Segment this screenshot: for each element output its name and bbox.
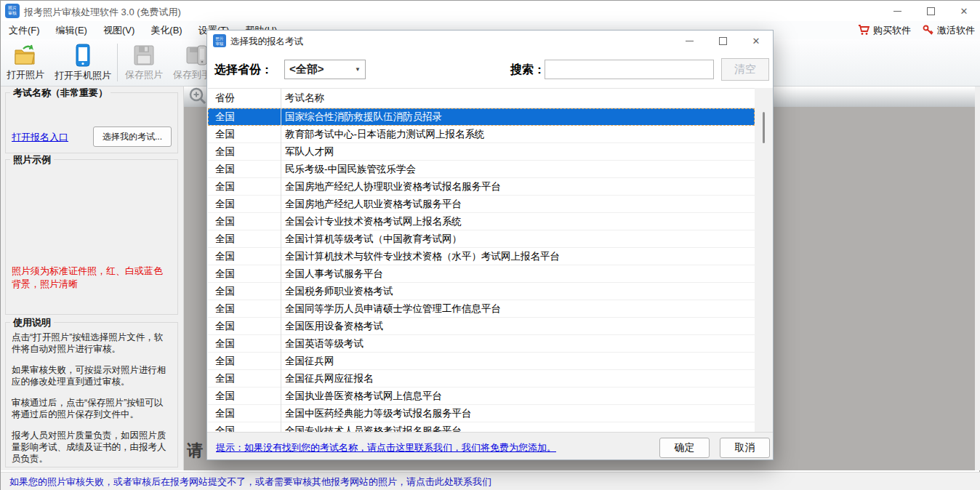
table-row[interactable]: 全国全国会计专业技术资格考试网上报名系统 <box>208 213 755 230</box>
table-row[interactable]: 全国全国征兵网 <box>208 353 755 370</box>
usage-paragraph: 点击“打开照片”按钮选择照片文件，软件将自动对照片进行审核。 <box>12 332 172 355</box>
toolbar-separator <box>117 44 118 81</box>
menu-file[interactable]: 文件(F) <box>1 24 48 37</box>
window-controls: ✕ <box>880 1 980 21</box>
ok-button[interactable]: 确定 <box>659 438 710 458</box>
province-label: 选择省份： <box>214 63 273 78</box>
table-scrollbar-thumb[interactable] <box>763 112 765 143</box>
exam-table: 省份 考试名称 全国国家综合性消防救援队伍消防员招录全国教育部考试中心-日本语能… <box>208 88 755 433</box>
table-row[interactable]: 全国教育部考试中心-日本语能力测试网上报名系统 <box>208 126 755 143</box>
province-cell: 全国 <box>208 233 281 246</box>
status-bar: 如果您的照片审核失败，或者审核后在报考网站提交不了，或者需要审核其他报考网站的照… <box>1 472 980 490</box>
dialog-close-button[interactable]: ✕ <box>739 31 773 51</box>
dialog-icon-text2: 审核 <box>213 41 226 47</box>
exam-name-cell: 全国房地产经纪人职业资格考试服务平台 <box>281 198 755 211</box>
table-row[interactable]: 全国国家综合性消防救援队伍消防员招录 <box>208 108 755 126</box>
open-registration-entry-link[interactable]: 打开报名入口 <box>12 131 68 144</box>
exam-name-groupbox: 考试名称（非常重要） 打开报名入口 选择我的考试... <box>5 92 178 153</box>
table-row[interactable]: 全国全国征兵网应征报名 <box>208 370 755 387</box>
app-icon: 照片 审核 <box>5 4 20 18</box>
province-cell: 全国 <box>208 302 281 316</box>
save-photo-button[interactable]: 保存照片 <box>119 39 169 86</box>
open-phone-photo-label: 打开手机照片 <box>55 69 111 82</box>
table-row[interactable]: 全国全国专业技术人员资格考试报名服务平台 <box>208 422 755 433</box>
open-phone-photo-button[interactable]: 打开手机照片 <box>50 39 116 86</box>
search-label: 搜索： <box>510 63 545 78</box>
open-photo-label: 打开照片 <box>7 68 44 81</box>
floppy-icon <box>133 44 155 66</box>
menu-edit[interactable]: 编辑(E) <box>48 24 95 37</box>
menu-beautify[interactable]: 美化(B) <box>142 24 190 37</box>
canvas-scrollbar-track[interactable] <box>975 87 980 470</box>
zoom-in-icon[interactable] <box>188 87 207 105</box>
cancel-button[interactable]: 取消 <box>720 438 770 458</box>
usage-paragraph: 报考人员对照片质量负责，如因照片质量影响考试、成绩及证书的，由报考人员负责。 <box>12 430 172 465</box>
close-button[interactable]: ✕ <box>947 1 980 21</box>
exam-name-cell: 全国执业兽医资格考试网上信息平台 <box>281 390 755 403</box>
column-divider <box>281 89 281 433</box>
choose-my-exam-button[interactable]: 选择我的考试... <box>93 126 172 147</box>
province-cell: 全国 <box>208 145 281 158</box>
province-cell: 全国 <box>208 355 281 368</box>
usage-paragraph: 审核通过后，点击“保存照片”按钮可以将通过后的照片保存到文件中。 <box>12 397 172 420</box>
table-row[interactable]: 全国全国计算机等级考试（中国教育考试网） <box>208 230 755 248</box>
table-row[interactable]: 全国全国税务师职业资格考试 <box>208 283 755 300</box>
exam-name-cell: 民乐考级-中国民族管弦乐学会 <box>281 163 755 176</box>
window-title: 报考照片审核处理软件 3.0 (免费试用) <box>24 6 181 19</box>
contact-us-link[interactable]: 提示：如果没有找到您的考试名称，请点击这里联系我们，我们将免费为您添加。 <box>216 441 556 454</box>
sample-group-title: 照片示例 <box>10 153 54 166</box>
exam-name-cell: 全国房地产经纪人协理职业资格考试报名服务平台 <box>281 180 755 193</box>
usage-paragraph: 如果审核失败，可按提示对照片进行相应的修改处理直到通过审核。 <box>12 364 172 387</box>
table-scrollbar-track[interactable] <box>755 88 773 432</box>
exam-name-cell: 教育部考试中心-日本语能力测试网上报名系统 <box>281 128 755 141</box>
open-folder-icon <box>13 44 38 66</box>
menu-view[interactable]: 视图(V) <box>95 24 142 37</box>
dialog-maximize-button[interactable] <box>706 31 739 51</box>
province-cell: 全国 <box>208 268 281 281</box>
province-dropdown[interactable]: <全部> ▼ <box>284 60 366 79</box>
table-row[interactable]: 全国全国英语等级考试 <box>208 335 755 353</box>
province-cell: 全国 <box>208 111 281 124</box>
open-photo-button[interactable]: 打开照片 <box>1 39 50 86</box>
photo-sample-groupbox: 照片示例 照片须为标准证件照，红、白或蓝色背景，照片清晰 <box>5 159 178 315</box>
table-row[interactable]: 全国全国中医药经典能力等级考试报名服务平台 <box>208 405 755 422</box>
activate-software-label: 激活软件 <box>937 24 975 37</box>
table-row[interactable]: 全国全国房地产经纪人职业资格考试服务平台 <box>208 196 755 213</box>
select-exam-dialog: 照片 审核 选择我的报名考试 ✕ 选择省份： <全部> ▼ 搜索： 清空 省份 <box>206 30 774 460</box>
table-row[interactable]: 全国全国执业兽医资格考试网上信息平台 <box>208 387 755 405</box>
exam-table-rows: 全国国家综合性消防救援队伍消防员招录全国教育部考试中心-日本语能力测试网上报名系… <box>208 108 755 433</box>
table-row[interactable]: 全国全国医用设备资格考试 <box>208 318 755 335</box>
minimize-button[interactable] <box>880 1 914 21</box>
search-input[interactable] <box>545 60 714 79</box>
table-row[interactable]: 全国全国计算机技术与软件专业技术资格（水平）考试网上报名平台 <box>208 248 755 265</box>
dialog-title-bar: 照片 审核 选择我的报名考试 ✕ <box>207 31 773 51</box>
province-cell: 全国 <box>208 372 281 385</box>
dialog-minimize-button[interactable] <box>672 31 706 51</box>
province-cell: 全国 <box>208 337 281 350</box>
dialog-controls: 选择省份： <全部> ▼ 搜索： 清空 <box>207 51 773 88</box>
app-icon-text2: 审核 <box>5 11 20 16</box>
table-row[interactable]: 全国全国人事考试服务平台 <box>208 265 755 283</box>
usage-groupbox: 使用说明 点击“打开照片”按钮选择照片文件，软件将自动对照片进行审核。 如果审核… <box>5 322 178 467</box>
exam-name-cell: 全国中医药经典能力等级考试报名服务平台 <box>281 407 755 420</box>
key-icon <box>923 25 933 36</box>
province-selected-value: <全部> <box>289 63 355 76</box>
canvas-hint-text: 请 <box>187 440 203 462</box>
province-cell: 全国 <box>208 180 281 193</box>
table-row[interactable]: 全国民乐考级-中国民族管弦乐学会 <box>208 161 755 178</box>
table-row[interactable]: 全国军队人才网 <box>208 143 755 161</box>
table-row[interactable]: 全国全国房地产经纪人协理职业资格考试报名服务平台 <box>208 178 755 196</box>
exam-name-cell: 全国计算机技术与软件专业技术资格（水平）考试网上报名平台 <box>281 250 755 263</box>
activate-software-button[interactable]: 激活软件 <box>923 24 975 37</box>
exam-name-cell: 全国同等学历人员申请硕士学位管理工作信息平台 <box>281 302 755 316</box>
status-link-text[interactable]: 如果您的照片审核失败，或者审核后在报考网站提交不了，或者需要审核其他报考网站的照… <box>9 475 491 489</box>
photo-requirement-note: 照片须为标准证件照，红、白或蓝色背景，照片清晰 <box>12 265 166 291</box>
buy-software-button[interactable]: 购买软件 <box>858 24 911 37</box>
province-cell: 全国 <box>208 128 281 141</box>
province-cell: 全国 <box>208 250 281 263</box>
phone-icon <box>75 44 91 67</box>
table-row[interactable]: 全国全国同等学历人员申请硕士学位管理工作信息平台 <box>208 300 755 318</box>
province-cell: 全国 <box>208 390 281 403</box>
clear-button[interactable]: 清空 <box>721 58 769 81</box>
maximize-button[interactable] <box>914 1 947 21</box>
